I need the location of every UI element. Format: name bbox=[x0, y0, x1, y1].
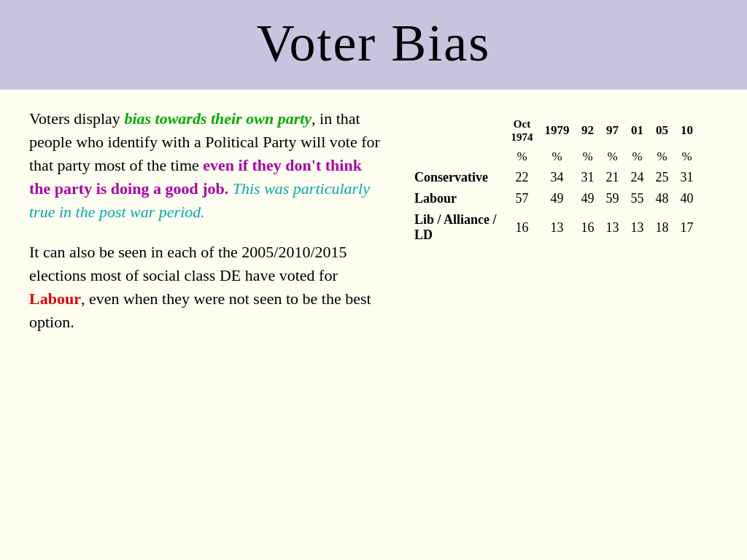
conservative-92: 31 bbox=[576, 167, 600, 188]
lib-1979: 13 bbox=[539, 209, 576, 246]
unit-05: % bbox=[650, 147, 675, 167]
lib-97: 13 bbox=[600, 209, 625, 246]
conservative-oct1974: 22 bbox=[506, 167, 539, 188]
intro-paragraph: Voters display bias towards their own pa… bbox=[29, 107, 387, 223]
table-row-lib: Lib / Alliance /LD 16 13 16 13 13 18 17 bbox=[409, 209, 700, 246]
col-header-10: 10 bbox=[675, 114, 700, 147]
conservative-05: 25 bbox=[650, 167, 675, 188]
lib-92: 16 bbox=[576, 209, 600, 246]
right-column: Oct1974 1979 92 97 01 05 10 % % % bbox=[394, 107, 718, 246]
conservative-10: 31 bbox=[675, 167, 700, 188]
conservative-label: Conservative bbox=[409, 167, 506, 188]
unit-01: % bbox=[625, 147, 650, 167]
table-header-row: Oct1974 1979 92 97 01 05 10 bbox=[409, 114, 700, 147]
labour-92: 49 bbox=[576, 188, 600, 209]
col-header-01: 01 bbox=[625, 114, 650, 147]
second-highlight1: Labour bbox=[29, 289, 81, 308]
labour-01: 55 bbox=[625, 188, 650, 209]
lib-05: 18 bbox=[650, 209, 675, 246]
table-units-row: % % % % % % % bbox=[409, 147, 700, 167]
intro-part1: Voters display bbox=[29, 109, 124, 128]
left-column: Voters display bias towards their own pa… bbox=[29, 107, 394, 334]
page-title: Voter Bias bbox=[257, 14, 491, 72]
labour-10: 40 bbox=[675, 188, 700, 209]
second-paragraph: It can also be seen in each of the 2005/… bbox=[29, 241, 387, 334]
content-area: Voters display bias towards their own pa… bbox=[29, 107, 718, 334]
lib-oct1974: 16 bbox=[506, 209, 539, 246]
second-part1: It can also be seen in each of the 2005/… bbox=[29, 243, 347, 284]
col-header-oct1974: Oct1974 bbox=[506, 114, 539, 147]
page-container: Voter Bias Voters display bias towards t… bbox=[0, 0, 747, 560]
conservative-01: 24 bbox=[625, 167, 650, 188]
labour-1979: 49 bbox=[539, 188, 576, 209]
units-label bbox=[409, 147, 506, 167]
conservative-1979: 34 bbox=[539, 167, 576, 188]
labour-label: Labour bbox=[409, 188, 506, 209]
unit-oct1974: % bbox=[506, 147, 539, 167]
lib-01: 13 bbox=[625, 209, 650, 246]
col-header-05: 05 bbox=[650, 114, 675, 147]
lib-label: Lib / Alliance /LD bbox=[409, 209, 506, 246]
data-table: Oct1974 1979 92 97 01 05 10 % % % bbox=[409, 114, 700, 246]
unit-10: % bbox=[675, 147, 700, 167]
intro-highlight1: bias towards their own party bbox=[124, 109, 311, 128]
table-row-conservative: Conservative 22 34 31 21 24 25 31 bbox=[409, 167, 700, 188]
title-bar: Voter Bias bbox=[0, 0, 747, 90]
unit-92: % bbox=[576, 147, 600, 167]
col-header-1979: 1979 bbox=[539, 114, 576, 147]
labour-oct1974: 57 bbox=[506, 188, 539, 209]
unit-1979: % bbox=[539, 147, 576, 167]
unit-97: % bbox=[600, 147, 625, 167]
second-part2: , even when they were not seen to be the… bbox=[29, 289, 371, 331]
table-row-labour: Labour 57 49 49 59 55 48 40 bbox=[409, 188, 700, 209]
lib-10: 17 bbox=[675, 209, 700, 246]
col-header-empty bbox=[409, 114, 506, 147]
col-header-92: 92 bbox=[576, 114, 600, 147]
conservative-97: 21 bbox=[600, 167, 625, 188]
labour-05: 48 bbox=[650, 188, 675, 209]
labour-97: 59 bbox=[600, 188, 625, 209]
col-header-97: 97 bbox=[600, 114, 625, 147]
